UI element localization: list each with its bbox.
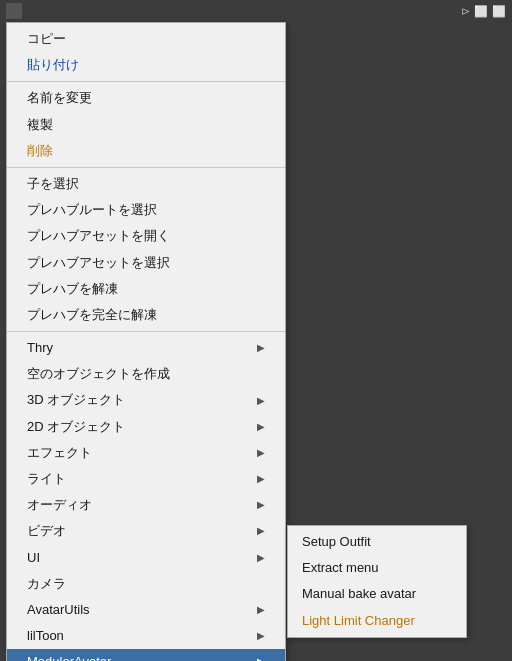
menu-item-label-copy: コピー xyxy=(27,30,66,48)
menu-item-copy[interactable]: コピー xyxy=(7,26,285,52)
menu-item-paste[interactable]: 貼り付け xyxy=(7,52,285,78)
window-icon-1[interactable]: ⬜ xyxy=(474,5,488,18)
submenu-item-extract-menu[interactable]: Extract menu xyxy=(288,555,466,581)
menu-item-label-light: ライト xyxy=(27,470,66,488)
submenu-arrow-thry: ▶ xyxy=(257,341,265,355)
submenu-arrow-light: ▶ xyxy=(257,472,265,486)
menu-item-light[interactable]: ライト▶ xyxy=(7,466,285,492)
menu-item-label-audio: オーディオ xyxy=(27,496,92,514)
submenu-item-label-manual-bake: Manual bake avatar xyxy=(302,585,416,603)
menu-item-label-unpack-prefab-full: プレハブを完全に解凍 xyxy=(27,306,157,324)
submenu-arrow-avatar-utils: ▶ xyxy=(257,603,265,617)
menu-item-audio[interactable]: オーディオ▶ xyxy=(7,492,285,518)
menu-item-duplicate[interactable]: 複製 xyxy=(7,112,285,138)
menu-item-label-lil-toon: lilToon xyxy=(27,627,64,645)
menu-item-label-effects: エフェクト xyxy=(27,444,92,462)
menu-item-avatar-utils[interactable]: AvatarUtils▶ xyxy=(7,597,285,623)
menu-item-label-create-empty: 空のオブジェクトを作成 xyxy=(27,365,170,383)
app-logo xyxy=(6,3,22,19)
menu-item-effects[interactable]: エフェクト▶ xyxy=(7,440,285,466)
submenu-arrow-audio: ▶ xyxy=(257,498,265,512)
submenu-arrow-2d-object: ▶ xyxy=(257,420,265,434)
submenu-item-label-light-limit-changer: Light Limit Changer xyxy=(302,612,415,630)
submenu-arrow-modular-avatar: ▶ xyxy=(257,655,265,661)
pin-icon[interactable]: ⊳ xyxy=(461,5,470,18)
menu-item-label-avatar-utils: AvatarUtils xyxy=(27,601,90,619)
menu-item-label-2d-object: 2D オブジェクト xyxy=(27,418,125,436)
menu-item-label-select-prefab-root: プレハブルートを選択 xyxy=(27,201,157,219)
submenu-arrow-video: ▶ xyxy=(257,524,265,538)
submenu-arrow-lil-toon: ▶ xyxy=(257,629,265,643)
menu-item-unpack-prefab[interactable]: プレハブを解凍 xyxy=(7,276,285,302)
menu-item-select-prefab-root[interactable]: プレハブルートを選択 xyxy=(7,197,285,223)
window-icon-2[interactable]: ⬜ xyxy=(492,5,506,18)
menu-item-ui[interactable]: UI▶ xyxy=(7,545,285,571)
submenu-arrow-3d-object: ▶ xyxy=(257,394,265,408)
menu-item-thry[interactable]: Thry▶ xyxy=(7,335,285,361)
submenu-item-light-limit-changer[interactable]: Light Limit Changer xyxy=(288,608,466,634)
menu-item-lil-toon[interactable]: lilToon▶ xyxy=(7,623,285,649)
menu-item-label-select-prefab-asset: プレハブアセットを選択 xyxy=(27,254,170,272)
menu-item-open-prefab-asset[interactable]: プレハブアセットを開く xyxy=(7,223,285,249)
submenu-item-manual-bake[interactable]: Manual bake avatar xyxy=(288,581,466,607)
menu-item-label-duplicate: 複製 xyxy=(27,116,53,134)
menu-item-2d-object[interactable]: 2D オブジェクト▶ xyxy=(7,414,285,440)
menu-item-label-3d-object: 3D オブジェクト xyxy=(27,391,125,409)
menu-item-label-open-prefab-asset: プレハブアセットを開く xyxy=(27,227,170,245)
menu-item-label-video: ビデオ xyxy=(27,522,66,540)
menu-item-3d-object[interactable]: 3D オブジェクト▶ xyxy=(7,387,285,413)
menu-item-create-empty[interactable]: 空のオブジェクトを作成 xyxy=(7,361,285,387)
menu-item-camera[interactable]: カメラ xyxy=(7,571,285,597)
submenu-arrow-ui: ▶ xyxy=(257,551,265,565)
menu-item-label-paste: 貼り付け xyxy=(27,56,79,74)
menu-item-modular-avatar[interactable]: ModularAvatar▶ xyxy=(7,649,285,661)
menu-item-delete[interactable]: 削除 xyxy=(7,138,285,164)
menu-item-select-child[interactable]: 子を選択 xyxy=(7,171,285,197)
title-bar-controls: ⊳ ⬜ ⬜ xyxy=(461,5,506,18)
menu-item-video[interactable]: ビデオ▶ xyxy=(7,518,285,544)
separator-6 xyxy=(7,167,285,168)
menu-item-label-unpack-prefab: プレハブを解凍 xyxy=(27,280,118,298)
menu-item-label-select-child: 子を選択 xyxy=(27,175,79,193)
submenu-item-label-setup-outfit: Setup Outfit xyxy=(302,533,371,551)
menu-item-label-rename: 名前を変更 xyxy=(27,89,92,107)
menu-item-unpack-prefab-full[interactable]: プレハブを完全に解凍 xyxy=(7,302,285,328)
menu-item-label-thry: Thry xyxy=(27,339,53,357)
context-menu: コピー貼り付け名前を変更複製削除子を選択プレハブルートを選択プレハブアセットを開… xyxy=(6,22,286,661)
title-bar: ⊳ ⬜ ⬜ xyxy=(0,0,512,22)
menu-item-label-modular-avatar: ModularAvatar xyxy=(27,653,111,661)
submenu-item-setup-outfit[interactable]: Setup Outfit xyxy=(288,529,466,555)
menu-item-label-ui: UI xyxy=(27,549,40,567)
separator-13 xyxy=(7,331,285,332)
menu-item-rename[interactable]: 名前を変更 xyxy=(7,85,285,111)
submenu-arrow-effects: ▶ xyxy=(257,446,265,460)
menu-item-label-delete: 削除 xyxy=(27,142,53,160)
menu-item-label-camera: カメラ xyxy=(27,575,66,593)
submenu-item-label-extract-menu: Extract menu xyxy=(302,559,379,577)
menu-item-select-prefab-asset[interactable]: プレハブアセットを選択 xyxy=(7,250,285,276)
sub-menu: Setup OutfitExtract menuManual bake avat… xyxy=(287,525,467,638)
separator-2 xyxy=(7,81,285,82)
